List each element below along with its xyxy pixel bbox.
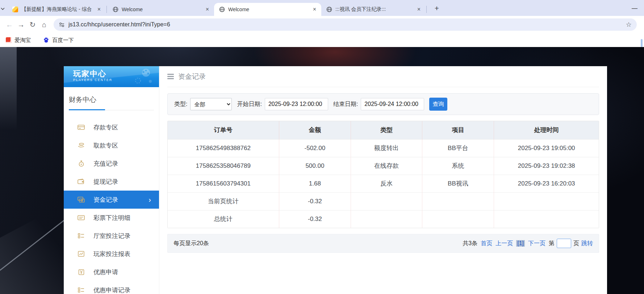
table-row: 1758625498388762 -502.00 额度转出 BB平台 2025-… (168, 139, 599, 157)
bookmarks-bar: 爱淘宝 百度一下 (0, 33, 644, 47)
col-order-id: 订单号 (168, 121, 279, 139)
jump-page-input[interactable] (557, 239, 571, 248)
cell-type: 额度转出 (351, 139, 422, 157)
cell-project: 系统 (422, 157, 494, 175)
gamepad-icon (131, 68, 155, 86)
sidebar-item-label: 提现记录 (93, 178, 118, 186)
start-date-input[interactable] (265, 98, 328, 110)
cell-order-id: 1758615603794301 (168, 175, 279, 192)
tab-forum[interactable]: 【新提醒】海燕策略论坛 - 综合 × (7, 3, 106, 16)
col-amount: 金额 (279, 121, 351, 139)
sidebar-item-cashout-records[interactable]: 提现记录 (64, 172, 159, 191)
close-icon[interactable]: × (415, 6, 423, 13)
sidebar-item-fund-records[interactable]: 资金记录 › (64, 191, 159, 209)
bookmark-baidu[interactable]: 百度一下 (43, 37, 74, 44)
bookmark-label: 爱淘宝 (14, 37, 31, 44)
cell-project: BB视讯 (422, 175, 494, 192)
tab-video-records[interactable]: :::视讯 会员下注纪录::: × (321, 3, 426, 16)
sidebar-item-recharge-records[interactable]: ¥ 充值记录 (64, 154, 159, 172)
sidebar-item-label: 取款专区 (93, 141, 118, 150)
taobao-icon (6, 37, 12, 43)
cell-amount: 1.68 (279, 175, 351, 192)
section-underline (69, 109, 154, 110)
new-tab-button[interactable]: + (432, 4, 442, 13)
table-header-row: 订单号 金额 类型 项目 处理时间 (168, 121, 599, 139)
hamburger-icon[interactable] (167, 74, 174, 79)
table-row: 1758615603794301 1.68 反水 BB视讯 2025-09-23… (168, 175, 599, 192)
globe-icon (326, 7, 332, 12)
sidebar-item-promo-apply-records[interactable]: 优惠申请记录 (64, 281, 159, 294)
sidebar-item-hall-bet-records[interactable]: 厅室投注记录 (64, 227, 159, 245)
cell-order-id: 1758625498388762 (168, 139, 279, 157)
url-text[interactable]: js13.cc/hhcp/usercenter.html?iniType=6 (68, 21, 170, 28)
bookmark-taobao[interactable]: 爱淘宝 (6, 37, 31, 44)
sidebar-item-lottery-details[interactable]: 彩票下注明细 (64, 209, 159, 227)
pagination-controls: 共3条 首页 上一页 [1] 下一页 第 页 跳转 (463, 239, 593, 248)
sidebar-item-label: 厅室投注记录 (93, 232, 130, 240)
deposit-card-icon (78, 124, 85, 130)
close-icon[interactable]: × (204, 6, 211, 13)
content-header: 资金记录 (167, 66, 599, 87)
background-highlight (0, 47, 17, 130)
main-content: 资金记录 类型: 全部 开始日期: 结束日期: 查询 订单号 (159, 66, 607, 294)
pagination-bar: 每页显示20条 共3条 首页 上一页 [1] 下一页 第 页 跳转 (167, 234, 599, 253)
promo-ticket-icon (78, 269, 85, 275)
cell-label: 当前页统计 (168, 192, 279, 210)
money-bag-icon: ¥ (78, 160, 85, 167)
sidebar-item-label: 资金记录 (93, 196, 118, 204)
player-center-panel: 玩家中心 PLAYERS CENTER 财务中心 存款专区 取款专区 ¥ (64, 66, 607, 294)
address-bar[interactable]: js13.cc/hhcp/usercenter.html?iniType=6 ☆ (54, 18, 637, 31)
cell-project: BB平台 (422, 139, 494, 157)
cell-time: 2025-09-23 16:20:03 (494, 175, 599, 192)
svg-text:¥: ¥ (80, 163, 82, 166)
cell-type: 在线存款 (351, 157, 422, 175)
tab-title: Welcome (122, 7, 200, 12)
lottery-list-icon (78, 215, 85, 221)
sidebar-item-withdraw[interactable]: 取款专区 (64, 136, 159, 154)
back-button[interactable]: ← (4, 21, 15, 29)
sidebar-item-label: 彩票下注明细 (93, 214, 130, 222)
first-page-link[interactable]: 首页 (481, 240, 492, 247)
tab-welcome-2-active[interactable]: Welcome × (214, 3, 321, 16)
globe-icon (219, 7, 225, 12)
jump-button[interactable]: 跳转 (581, 240, 593, 247)
search-button[interactable]: 查询 (429, 98, 447, 111)
home-button[interactable]: ⌂ (38, 21, 50, 29)
sidebar-item-player-bet-report[interactable]: 玩家投注报表 (64, 245, 159, 263)
records-table: 订单号 金额 类型 项目 处理时间 1758625498388762 -502.… (168, 121, 599, 228)
filter-bar: 类型: 全部 开始日期: 结束日期: 查询 (167, 93, 599, 115)
col-processed-time: 处理时间 (494, 121, 599, 139)
browser-toolbar: ← → ↻ ⌂ js13.cc/hhcp/usercenter.html?ini… (0, 16, 644, 33)
bookmark-label: 百度一下 (52, 37, 74, 44)
tab-title: 【新提醒】海燕策略论坛 - 综合 (21, 6, 92, 13)
prev-page-link[interactable]: 上一页 (495, 240, 513, 247)
tab-divider (426, 6, 427, 13)
next-page-link[interactable]: 下一页 (528, 240, 545, 247)
type-select[interactable]: 全部 (190, 98, 232, 110)
jump-suffix-text: 页 (573, 240, 579, 247)
sidebar-item-deposit[interactable]: 存款专区 (64, 118, 159, 136)
bookmark-star-icon[interactable]: ☆ (626, 21, 632, 29)
col-project: 项目 (422, 121, 494, 139)
sidebar-item-promo-apply[interactable]: 优惠申请 (64, 263, 159, 281)
col-type: 类型 (351, 121, 422, 139)
checklist-icon (78, 233, 85, 239)
close-icon[interactable]: × (95, 6, 103, 13)
end-date-input[interactable] (361, 98, 424, 110)
tab-welcome-1[interactable]: Welcome × (108, 3, 214, 16)
tab-list-chevron-icon[interactable] (1, 5, 5, 12)
reload-button[interactable]: ↻ (27, 20, 38, 29)
tab-title: Welcome (228, 7, 308, 12)
sidebar: 玩家中心 PLAYERS CENTER 财务中心 存款专区 取款专区 ¥ (64, 66, 159, 294)
chevron-right-icon: › (149, 196, 151, 204)
promo-record-icon (78, 287, 85, 293)
cell-order-id: 1758625358046789 (168, 157, 279, 175)
cell-type: 反水 (351, 175, 422, 192)
sidebar-menu: 存款专区 取款专区 ¥ 充值记录 提现记录 资金记录 › (64, 110, 159, 294)
site-info-icon[interactable] (59, 22, 65, 28)
forward-button[interactable]: → (15, 21, 27, 29)
scrollbar-thumb[interactable] (641, 39, 643, 47)
close-icon[interactable]: × (311, 6, 318, 13)
cell-amount: -0.32 (279, 192, 351, 210)
window-minimize-button[interactable]: — (632, 5, 637, 12)
